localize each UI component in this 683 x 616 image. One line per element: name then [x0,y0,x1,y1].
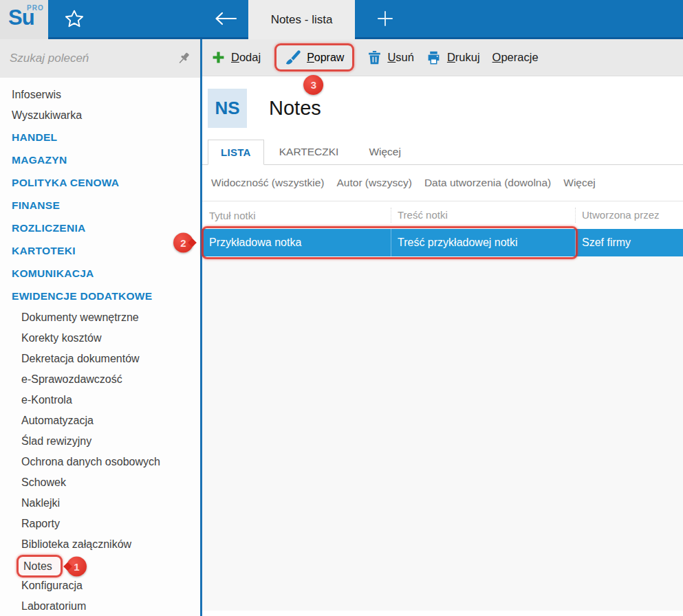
tab-title: Notes - lista [271,13,333,27]
sidebar-item-ochrona-danych-osobowych[interactable]: Ochrona danych osobowych [0,452,200,472]
badge-number: 1 [74,557,79,575]
sidebar-section-ewidencje-dodatkowe[interactable]: EWIDENCJE DODATKOWE [0,285,200,307]
pushpin-icon[interactable] [176,51,191,66]
sidebar-item-raporty[interactable]: Raporty [0,514,200,534]
sidebar-item-schowek[interactable]: Schowek [0,472,200,493]
sidebar-item-korekty-kosztow[interactable]: Korekty kosztów [0,328,200,349]
filter-widocznosc[interactable]: Widoczność (wszystkie) [211,177,325,189]
cell-tytul-notki: Przykładowa notka [202,236,391,249]
sidebar-section-kartoteki[interactable]: KARTOTEKI [0,239,200,262]
column-header-tresc-notki[interactable]: Treść notki [391,208,575,223]
sidebar-item-notes-label: Notes [23,560,52,572]
sidebar-item-wyszukiwarka[interactable]: Wyszukiwarka [0,105,200,126]
main-panel: Dodaj Popraw 3 [200,39,683,616]
new-tab-plus-icon[interactable] [376,9,395,28]
titlebar-right-section [355,0,683,39]
add-button-label: Dodaj [231,51,261,64]
sidebar-item-konfiguracja[interactable]: Konfiguracja [0,575,200,596]
operations-button-label: Operacje [492,51,539,64]
column-header-tytul-notki[interactable]: Tytuł notki [202,210,391,221]
delete-button-label: Usuń [387,51,414,64]
printer-icon [426,51,441,65]
sidebar-section-handel[interactable]: HANDEL [0,126,200,148]
tab-wiecej[interactable]: Więcej [354,140,416,164]
sidebar-navigation: Infoserwis Wyszukiwarka HANDEL MAGAZYN P… [0,78,200,616]
sidebar-section-komunikacja[interactable]: KOMUNIKACJA [0,262,200,285]
badge-number: 3 [311,79,316,91]
sidebar-section-finanse[interactable]: FINANSE [0,194,200,217]
plus-icon [212,51,225,64]
filter-autor[interactable]: Autor (wszyscy) [337,177,412,189]
sidebar-item-slad-rewizyjny[interactable]: Ślad rewizyjny [0,431,200,452]
trash-icon [368,50,381,65]
sidebar-item-laboratorium[interactable]: Laboratorium [0,596,200,616]
sidebar-item-e-sprawozdawczosc[interactable]: e-Sprawozdawczość [0,369,200,390]
logo-pro-label: PRO [27,4,44,12]
column-header-utworzona-przez[interactable]: Utworzona przez [575,208,683,223]
search-input[interactable] [10,52,161,65]
view-tabs: LISTA KARTECZKI Więcej [202,140,683,165]
sidebar-item-infoserwis[interactable]: Infoserwis [0,85,200,105]
app-window: Su PRO Notes - lista [0,0,683,616]
filter-data-utworzenia[interactable]: Data utworzenia (dowolna) [424,177,551,189]
sidebar-item-dekretacja-dokumentow[interactable]: Dekretacja dokumentów [0,349,200,369]
delete-button[interactable]: Usuń [368,50,414,65]
print-button-label: Drukuj [447,51,480,64]
window-tab-notes-lista[interactable]: Notes - lista [248,0,355,39]
sidebar-item-dokumenty-wewnetrzne[interactable]: Dokumenty wewnętrzne [0,307,200,328]
filter-wiecej[interactable]: Więcej [563,177,596,189]
annotation-step-badge-1: 1 [67,556,87,576]
favorites-star-icon[interactable] [65,9,84,28]
cell-tresc-notki: Treść przykładowej notki [391,229,575,256]
sidebar-item-automatyzacja[interactable]: Automatyzacja [0,410,200,431]
toolbar: Dodaj Popraw 3 [202,39,683,76]
operations-button[interactable]: Operacje [492,51,539,64]
sidebar-item-notes[interactable]: Notes 1 [0,555,200,575]
badge-tail [63,562,72,571]
cell-utworzona-przez: Szef firmy [575,229,683,256]
annotation-highlight-popraw[interactable]: Popraw 3 [274,43,354,72]
app-logo: Su PRO [0,0,48,39]
edit-button-label: Popraw [307,52,344,64]
module-badge: NS [208,89,247,128]
page-title: Notes [269,97,321,120]
badge-number: 2 [180,237,186,249]
print-button[interactable]: Drukuj [426,51,480,65]
sidebar-item-naklejki[interactable]: Naklejki [0,493,200,514]
tab-lista[interactable]: LISTA [208,140,264,165]
filter-bar: Widoczność (wszystkie) Autor (wszyscy) D… [202,165,683,201]
annotation-step-badge-3: 3 [303,75,323,95]
paintbrush-icon [285,50,301,65]
annotation-highlight-notes: Notes 1 [17,555,63,578]
add-button[interactable]: Dodaj [212,51,261,64]
title-bar: Su PRO Notes - lista [0,0,683,39]
sidebar: Infoserwis Wyszukiwarka HANDEL MAGAZYN P… [0,39,200,616]
annotation-step-badge-2: 2 [173,233,193,253]
back-arrow-icon[interactable] [214,11,237,26]
tab-karteczki[interactable]: KARTECZKI [264,140,354,164]
module-header: NS Notes [202,76,683,140]
list-empty-area [202,256,683,616]
table-row-selected[interactable]: Przykładowa notka Treść przykładowej not… [202,229,683,256]
table-header: Tytuł notki Treść notki Utworzona przez [202,201,683,229]
sidebar-section-magazyn[interactable]: MAGAZYN [0,148,200,171]
sidebar-item-biblioteka-zalacznikow[interactable]: Biblioteka załączników [0,534,200,555]
titlebar-left-section [48,0,248,39]
sidebar-item-e-kontrola[interactable]: e-Kontrola [0,390,200,410]
sidebar-section-polityka-cenowa[interactable]: POLITYKA CENOWA [0,171,200,194]
sidebar-section-rozliczenia[interactable]: ROZLICZENIA [0,217,200,239]
command-search-bar [0,39,200,78]
